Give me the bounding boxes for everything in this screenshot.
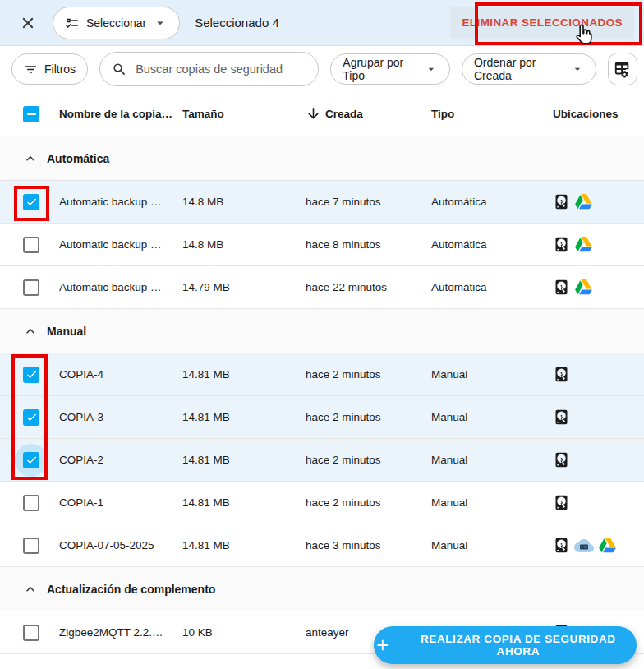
backup-now-fab[interactable]: REALIZAR COPIA DE SEGURIDAD AHORA — [374, 626, 637, 664]
group-header[interactable]: Manual — [0, 309, 644, 353]
google-drive-icon — [574, 278, 593, 297]
backup-size: 14.8 MB — [182, 238, 306, 251]
check-icon — [25, 411, 38, 423]
harddisk-icon — [553, 366, 570, 383]
filters-toolbar: Filtros Agrupar por Tipo Ordenar por Cre… — [0, 46, 644, 92]
backup-size: 14.81 MB — [182, 368, 306, 381]
backup-created: hace 2 minutos — [306, 411, 431, 423]
chevron-down-icon — [571, 62, 584, 76]
table-cog-icon — [614, 60, 632, 78]
backup-locations — [553, 235, 644, 254]
sort-by-dropdown[interactable]: Ordenar por Creada — [462, 53, 596, 85]
backup-name: COPIA-07-05-2025 — [59, 539, 182, 551]
table-settings-button[interactable] — [608, 53, 637, 85]
table-row[interactable]: Automatic backup … 14.79 MB hace 22 minu… — [0, 266, 644, 309]
table-row[interactable]: COPIA-3 14.81 MB hace 2 minutos Manual — [0, 396, 644, 439]
check-icon — [25, 196, 38, 208]
backup-size: 14.81 MB — [182, 539, 306, 551]
row-checkbox[interactable] — [23, 194, 39, 210]
group-header[interactable]: Actualización de complemento — [0, 567, 644, 611]
table-row[interactable]: COPIA-1 14.81 MB hace 2 minutos Manual — [0, 482, 644, 524]
row-checkbox[interactable] — [23, 452, 39, 468]
google-drive-icon — [574, 192, 593, 211]
backup-created: hace 2 minutos — [306, 368, 431, 381]
column-header-type[interactable]: Tipo — [431, 108, 553, 120]
harddisk-icon — [553, 408, 570, 426]
column-header-locations[interactable]: Ubicaciones — [553, 108, 644, 120]
backup-created: hace 2 minutos — [306, 496, 431, 509]
backup-locations — [553, 192, 644, 211]
backup-created: hace 2 minutos — [306, 454, 431, 466]
column-header-size[interactable]: Tamaño — [182, 108, 306, 120]
backup-name: COPIA-4 — [59, 368, 182, 381]
backups-table: Automática Automatic backup … 14.8 MB ha… — [0, 136, 644, 654]
check-icon — [25, 368, 38, 381]
table-row[interactable]: COPIA-2 14.81 MB hace 2 minutos Manual — [0, 439, 644, 482]
search-field[interactable] — [99, 52, 319, 86]
check-icon — [25, 454, 38, 466]
group-label: Actualización de complemento — [47, 583, 215, 596]
column-header-name[interactable]: Nombre de la copia… — [59, 108, 182, 120]
group-by-label: Agrupar por Tipo — [343, 56, 418, 82]
select-mode-label: Seleccionar — [86, 16, 146, 30]
select-all-checkbox[interactable] — [23, 106, 39, 122]
backup-created: hace 7 minutos — [306, 196, 431, 208]
selection-bar: Seleccionar Seleccionado 4 ELIMINAR SELE… — [0, 0, 644, 46]
table-header-row: Nombre de la copia… Tamaño Creada Tipo U… — [0, 92, 644, 136]
harddisk-icon — [553, 451, 570, 468]
backup-locations — [553, 451, 644, 468]
backup-type: Manual — [431, 454, 553, 466]
table-row[interactable]: COPIA-07-05-2025 14.81 MB hace 3 minutos… — [0, 524, 644, 567]
sort-by-label: Ordenar por Creada — [474, 56, 564, 82]
backup-type: Manual — [431, 368, 553, 381]
backup-size: 14.8 MB — [182, 196, 306, 208]
column-header-created[interactable]: Creada — [306, 106, 431, 122]
chevron-down-icon — [153, 16, 168, 30]
backup-type: Manual — [431, 496, 553, 509]
harddisk-icon — [553, 537, 570, 554]
search-icon — [112, 62, 127, 77]
backup-name: Zigbee2MQTT 2.2.… — [59, 626, 182, 639]
row-checkbox[interactable] — [23, 279, 39, 296]
backup-size: 14.81 MB — [182, 411, 306, 423]
chevron-up-icon — [22, 150, 39, 167]
table-row[interactable]: COPIA-4 14.81 MB hace 2 minutos Manual — [0, 353, 644, 396]
sort-arrow-down-icon — [306, 106, 321, 122]
row-checkbox[interactable] — [23, 625, 39, 641]
row-checkbox[interactable] — [23, 409, 39, 426]
backup-locations — [553, 366, 644, 383]
collapse-group-button[interactable] — [22, 581, 39, 597]
collapse-group-button[interactable] — [22, 150, 39, 167]
selected-count-label: Seleccionado 4 — [195, 16, 279, 30]
filter-icon — [24, 62, 38, 76]
backup-name: COPIA-2 — [59, 454, 182, 466]
backup-name: Automatic backup … — [59, 281, 182, 293]
filters-button[interactable]: Filtros — [12, 53, 88, 85]
chevron-up-icon — [22, 323, 39, 339]
table-row[interactable]: Automatic backup … 14.8 MB hace 7 minuto… — [0, 181, 644, 224]
list-checks-icon — [65, 16, 80, 30]
group-by-dropdown[interactable]: Agrupar por Tipo — [330, 53, 450, 85]
group-header[interactable]: Automática — [0, 136, 644, 181]
collapse-group-button[interactable] — [22, 323, 39, 339]
backup-name: Automatic backup … — [59, 238, 182, 251]
close-selection-button[interactable] — [13, 8, 43, 38]
harddisk-icon — [553, 279, 570, 296]
row-checkbox[interactable] — [23, 495, 39, 511]
group-label: Automática — [47, 152, 109, 165]
network-storage-icon — [574, 536, 594, 556]
harddisk-icon — [553, 494, 570, 511]
row-checkbox[interactable] — [23, 367, 39, 383]
backup-created: hace 3 minutos — [306, 539, 431, 551]
row-checkbox[interactable] — [23, 538, 39, 554]
delete-selected-button[interactable]: ELIMINAR SELECCIONADOS — [450, 7, 634, 39]
select-mode-dropdown[interactable]: Seleccionar — [53, 7, 180, 39]
table-row[interactable]: Automatic backup … 14.8 MB hace 8 minuto… — [0, 224, 644, 266]
group-label: Manual — [47, 325, 86, 338]
backup-locations — [553, 536, 644, 556]
backup-size: 14.79 MB — [182, 281, 306, 293]
row-checkbox[interactable] — [23, 237, 39, 253]
backup-locations — [553, 278, 644, 297]
backup-size: 14.81 MB — [182, 496, 306, 509]
search-input[interactable] — [136, 62, 306, 76]
